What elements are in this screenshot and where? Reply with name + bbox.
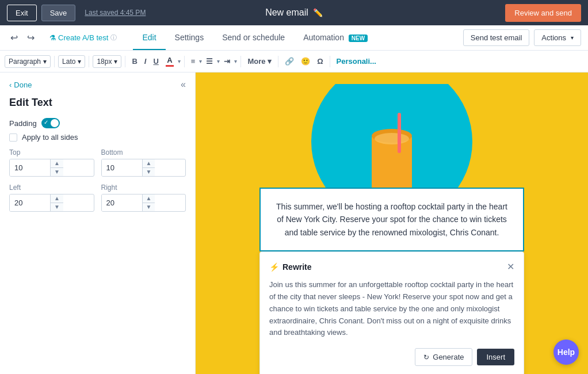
tab-automation[interactable]: Automation NEW [294,26,377,50]
ab-test-label: Create A/B test [58,33,108,42]
bottom-increment[interactable]: ▲ [143,159,155,167]
top-bar-right: Review and send [505,4,581,22]
teal-circle [311,84,472,188]
top-field: Top ▲ ▼ [9,148,94,177]
italic-button[interactable]: I [142,55,150,68]
drink-svg [357,107,426,188]
padding-section: Padding ✓ Apply to all sides Top [0,118,195,221]
right-decrement[interactable]: ▼ [143,203,155,211]
apply-all-row[interactable]: Apply to all sides [9,133,186,142]
last-saved-text: Last saved 4:45 PM [85,9,146,17]
svg-point-2 [375,133,409,144]
title-area: New email ✏️ [265,7,323,18]
paragraph-label: Paragraph [9,58,41,66]
panel-title: Edit Text [0,97,195,118]
generate-button[interactable]: ↻ Generate [415,348,472,366]
insert-button[interactable]: Insert [477,349,514,365]
text-block[interactable]: This summer, we'll be hosting a rooftop … [259,188,524,251]
bottom-field: Bottom ▲ ▼ [101,148,186,177]
personalize-button[interactable]: Personali... [334,55,379,68]
ab-test-button[interactable]: ⚗ Create A/B test ⓘ [45,33,121,42]
tab-settings[interactable]: Settings [166,26,213,50]
rewrite-title-text: Rewrite [282,262,312,272]
top-bar: Exit Save Last saved 4:45 PM New email ✏… [0,0,588,25]
nav-left: ↩ ↪ [7,30,38,45]
bottom-stepper: ▲ ▼ [142,159,155,176]
main-layout: ‹ Done « Edit Text Padding ✓ Apply to al… [0,72,588,374]
divider-3 [125,56,125,67]
align-button[interactable]: ≡ [188,55,198,68]
link-button[interactable]: 🔗 [282,55,297,68]
bottom-input-wrap: ▲ ▼ [101,159,186,177]
left-panel: ‹ Done « Edit Text Padding ✓ Apply to al… [0,72,196,374]
font-color-label: A [167,56,172,64]
apply-all-label: Apply to all sides [22,133,78,142]
info-icon: ⓘ [110,33,117,42]
align-chevron[interactable]: ▾ [199,58,202,64]
chevron-down-icon: ▾ [571,35,574,41]
more-chevron: ▾ [268,57,272,66]
indent-button[interactable]: ⇥ [221,55,233,68]
more-button[interactable]: More ▾ [245,55,274,68]
bottom-input[interactable] [102,159,142,176]
edit-title-icon[interactable]: ✏️ [313,8,323,17]
list-button[interactable]: ☰ [203,55,216,68]
right-increment[interactable]: ▲ [143,194,155,203]
left-input[interactable] [10,194,50,211]
size-select[interactable]: 18px ▾ [93,55,121,68]
padding-text: Padding [9,119,37,128]
apply-all-checkbox[interactable] [9,133,17,142]
divider-5 [240,56,241,67]
emoji-button[interactable]: 🙂 [298,55,313,68]
exit-button[interactable]: Exit [7,5,37,21]
right-input[interactable] [102,194,142,211]
back-label: Done [14,81,32,89]
right-stepper: ▲ ▼ [142,194,155,211]
divider-6 [278,56,278,67]
top-label: Top [9,148,94,157]
indent-chevron[interactable]: ▾ [234,58,237,64]
collapse-button[interactable]: « [181,79,186,90]
review-send-button[interactable]: Review and send [505,4,581,22]
toggle-switch[interactable]: ✓ [41,118,60,128]
top-increment[interactable]: ▲ [51,159,63,167]
right-field: Right ▲ ▼ [101,184,186,212]
send-test-email-button[interactable]: Send test email [463,29,530,46]
font-chevron: ▾ [78,58,81,66]
left-decrement[interactable]: ▼ [51,203,63,211]
divider-2 [89,56,89,67]
size-label: 18px [97,58,112,66]
tab-send[interactable]: Send or schedule [213,26,294,50]
divider-4 [184,56,185,67]
underline-button[interactable]: U [150,55,161,68]
canvas-area: This summer, we'll be hosting a rooftop … [196,72,588,374]
top-input[interactable] [10,159,50,176]
list-chevron[interactable]: ▾ [217,58,220,64]
nav-right: Send test email Actions ▾ [463,29,581,46]
email-title: New email [265,7,308,18]
rewrite-close-button[interactable]: ✕ [507,261,514,272]
bold-button[interactable]: B [129,55,140,68]
font-color-button[interactable]: A [163,54,177,68]
chevron-color[interactable]: ▾ [178,58,181,64]
right-input-wrap: ▲ ▼ [101,194,186,212]
back-button[interactable]: ‹ Done [9,81,32,89]
refresh-icon: ↻ [423,353,429,361]
actions-button[interactable]: Actions ▾ [534,29,581,46]
padding-toggle[interactable]: ✓ [41,118,60,128]
tab-edit[interactable]: Edit [133,26,165,50]
font-select[interactable]: Lato ▾ [58,55,85,68]
nav-bar: ↩ ↪ ⚗ Create A/B test ⓘ Edit Settings Se… [0,25,588,51]
paragraph-select[interactable]: Paragraph ▾ [5,55,51,68]
email-content: This summer, we'll be hosting a rooftop … [248,72,536,374]
top-decrement[interactable]: ▼ [51,168,63,176]
actions-label: Actions [541,33,566,42]
bottom-decrement[interactable]: ▼ [143,168,155,176]
svg-rect-3 [398,113,401,153]
left-increment[interactable]: ▲ [51,194,63,203]
redo-button[interactable]: ↪ [24,30,38,45]
save-button[interactable]: Save [41,5,76,21]
special-char-button[interactable]: Ω [314,55,326,68]
help-button[interactable]: Help [553,339,579,365]
undo-button[interactable]: ↩ [7,30,21,45]
